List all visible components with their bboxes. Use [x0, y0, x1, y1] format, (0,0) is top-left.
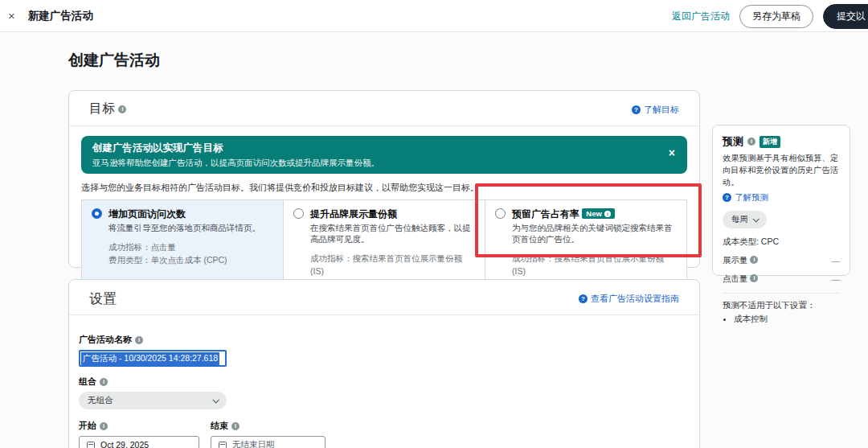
campaign-name-value: 广告活动 - 10/30/2025 14:28:27.618 [81, 352, 219, 365]
info-icon[interactable]: i [747, 138, 755, 146]
info-icon[interactable]: i [135, 336, 143, 344]
goal-header: 目标 i ? 了解目标 [69, 91, 699, 126]
start-date-label: 开始i [79, 420, 199, 432]
option-metrics: 成功指标：点击量 费用类型：单次点击成本 (CPC) [108, 240, 273, 267]
goal-banner: 创建广告活动以实现广告目标 亚马逊将帮助您创建广告活动，以提高页面访问次数或提升… [81, 136, 687, 174]
save-draft-button[interactable]: 另存为草稿 [739, 5, 813, 28]
option-title: 预留广告占有率 Newi [512, 208, 615, 221]
option-description: 在搜索结果首页首位广告位触达顾客，以提高品牌可见度。 [310, 223, 475, 245]
info-icon[interactable]: i [100, 422, 108, 430]
chevron-down-icon [752, 216, 759, 222]
forecast-panel: 预测 i 新增 效果预测基于具有相似预算、定向目标和竞价设置的历史广告活动。 ?… [712, 125, 850, 276]
forecast-row-clicks: 点击量 i — [723, 273, 840, 285]
forecast-cost-type: 成本类型: CPC [723, 236, 840, 248]
portfolio-label: 组合i [79, 376, 690, 388]
info-icon[interactable]: i [118, 105, 126, 113]
window-title: 新建广告活动 [28, 9, 93, 23]
forecast-row-impressions: 展示量 i — [723, 255, 840, 266]
date-row: 开始i Oct 29, 2025 结束i 无结束日期 [79, 409, 690, 448]
calendar-icon [87, 442, 95, 448]
info-icon[interactable]: i [750, 256, 758, 264]
close-icon[interactable]: × [8, 9, 15, 23]
campaign-name-input[interactable]: 广告活动 - 10/30/2025 14:28:27.618 [79, 350, 227, 367]
calendar-icon [219, 442, 227, 448]
portfolio-dropdown[interactable]: 无组合 [79, 392, 227, 409]
goal-section: 目标 i ? 了解目标 创建广告活动以实现广告目标 亚马逊将帮助您创建广告活动，… [68, 90, 700, 268]
back-to-campaigns-link[interactable]: 返回广告活动 [672, 10, 730, 23]
page-title: 创建广告活动 [68, 50, 160, 71]
learn-goal-link[interactable]: ? 了解目标 [632, 104, 679, 116]
help-icon: ? [579, 294, 588, 303]
divider [723, 293, 840, 294]
forecast-description: 效果预测基于具有相似预算、定向目标和竞价设置的历史广告活动。 [723, 153, 840, 189]
info-icon[interactable]: i [231, 422, 240, 430]
submit-button[interactable]: 提交以 [823, 4, 868, 29]
learn-forecast-link[interactable]: ? 了解预测 [723, 192, 840, 203]
forecast-period-dropdown[interactable]: 每周 [723, 211, 767, 228]
goal-intro-text: 选择与您的业务目标相符的广告活动目标。我们将提供竞价和投放目标建议，以帮助您实现… [81, 182, 687, 194]
start-date-input[interactable]: Oct 29, 2025 [79, 436, 199, 448]
top-bar: × 新建广告活动 返回广告活动 另存为草稿 提交以 [0, 0, 868, 32]
new-badge: Newi [582, 208, 615, 219]
settings-section: 设置 ? 查看广告活动设置指南 广告活动名称i 广告活动 - 10/30/202… [68, 279, 700, 448]
topbar-actions: 返回广告活动 另存为草稿 提交以 [672, 0, 868, 32]
clicks-value: — [832, 274, 841, 284]
goal-title: 目标 i [89, 101, 126, 117]
radio-selected-icon[interactable] [92, 208, 102, 219]
radio-icon[interactable] [293, 208, 304, 219]
banner-title: 创建广告活动以实现广告目标 [92, 142, 655, 155]
settings-title: 设置 [89, 290, 117, 308]
info-icon[interactable]: i [100, 378, 108, 386]
campaign-name-label: 广告活动名称i [79, 334, 690, 346]
option-title: 提升品牌展示量份额 [310, 208, 397, 221]
option-description: 将流量引导至您的落地页和商品详情页。 [108, 223, 273, 234]
settings-form: 广告活动名称i 广告活动 - 10/30/2025 14:28:27.618 组… [69, 315, 699, 448]
option-description: 为与您的品牌相关的关键词锁定搜索结果首页首位的广告位。 [512, 223, 677, 245]
settings-header: 设置 ? 查看广告活动设置指南 [69, 280, 699, 315]
impressions-value: — [832, 256, 841, 265]
info-icon: i [604, 211, 611, 217]
option-title: 增加页面访问次数 [108, 208, 186, 221]
banner-subtitle: 亚马逊将帮助您创建广告活动，以提高页面访问次数或提升品牌展示量份额。 [92, 158, 655, 169]
end-date-input[interactable]: 无结束日期 [211, 436, 326, 448]
new-badge: 新增 [760, 136, 780, 148]
info-icon[interactable]: i [750, 274, 758, 282]
forecast-note: 预测不适用于以下设置： 成本控制 [723, 300, 840, 325]
forecast-title: 预测 [723, 134, 743, 149]
settings-guide-link[interactable]: ? 查看广告活动设置指南 [579, 293, 679, 305]
help-icon: ? [723, 193, 731, 202]
radio-icon[interactable] [495, 208, 506, 219]
end-date-label: 结束i [211, 420, 326, 432]
banner-close-icon[interactable]: × [669, 146, 675, 159]
help-icon: ? [632, 105, 641, 114]
chevron-down-icon [212, 397, 219, 403]
